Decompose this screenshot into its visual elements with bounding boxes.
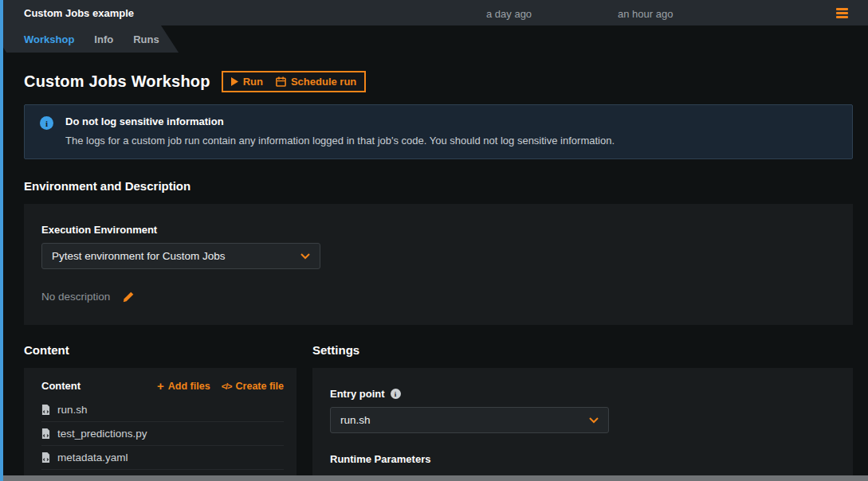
entry-point-info-icon[interactable]: i <box>391 389 401 399</box>
settings-column: Settings Entry point i run.sh Runtime Pa… <box>312 343 853 481</box>
entry-point-value: run.sh <box>340 414 371 426</box>
create-file-label: Create file <box>236 381 284 392</box>
settings-panel: Entry point i run.sh Runtime Parameters <box>312 368 853 481</box>
columns: Content Content + Add files </> Create f… <box>24 343 853 481</box>
window-edge-accent <box>0 0 3 481</box>
tab-workshop[interactable]: Workshop <box>24 33 74 45</box>
content-actions: + Add files </> Create file <box>157 380 284 392</box>
environment-section-heading: Environment and Description <box>24 179 853 193</box>
run-actions-group: Run Schedule run <box>222 71 367 92</box>
chevron-down-icon <box>589 417 599 424</box>
chevron-down-icon <box>300 253 310 260</box>
info-icon: i <box>40 116 53 130</box>
content-panel-header: Content + Add files </> Create file <box>41 380 284 392</box>
updated-timestamp: a day ago <box>486 8 532 20</box>
file-row[interactable]: metadata.yaml <box>41 446 284 470</box>
job-title: Custom Jobs example <box>24 7 134 19</box>
file-icon <box>41 452 50 463</box>
page-title: Custom Jobs Workshop <box>24 72 210 91</box>
execution-environment-value: Pytest environment for Custom Jobs <box>52 250 226 262</box>
entry-point-label: Entry point <box>330 388 385 400</box>
info-banner-body: The logs for a custom job run contain an… <box>65 135 615 147</box>
description-placeholder: No description <box>41 291 110 303</box>
file-name: test_predictions.py <box>57 428 147 440</box>
content-panel: Content + Add files </> Create file <box>24 368 297 477</box>
file-row[interactable]: test_predictions.py <box>41 422 284 446</box>
last-run-timestamp: an hour ago <box>618 8 673 20</box>
file-icon <box>41 405 50 415</box>
add-files-label: Add files <box>168 381 210 392</box>
add-files-button[interactable]: + Add files <box>157 380 210 392</box>
file-name: run.sh <box>57 404 88 416</box>
schedule-run-button-label: Schedule run <box>291 76 356 88</box>
run-button-label: Run <box>243 76 263 88</box>
play-icon <box>231 77 238 86</box>
code-icon: </> <box>222 381 232 391</box>
page-header: Custom Jobs Workshop Run Schedule run <box>24 71 853 92</box>
tab-runs[interactable]: Runs <box>133 33 159 45</box>
create-file-button[interactable]: </> Create file <box>222 381 284 392</box>
execution-environment-label: Execution Environment <box>41 224 835 236</box>
entry-point-label-row: Entry point i <box>330 388 835 400</box>
content-panel-title: Content <box>41 380 81 392</box>
description-row: No description <box>41 291 835 303</box>
settings-section-heading: Settings <box>312 343 853 357</box>
menu-icon[interactable] <box>836 8 848 18</box>
content-column: Content Content + Add files </> Create f… <box>24 343 297 481</box>
info-banner-title: Do not log sensitive information <box>65 115 615 127</box>
file-list: run.sh test_predictions.py metadata.yaml <box>41 398 284 470</box>
execution-environment-select[interactable]: Pytest environment for Custom Jobs <box>41 243 320 269</box>
calendar-icon <box>276 76 286 87</box>
runtime-parameters-heading: Runtime Parameters <box>330 453 835 465</box>
top-bar: Custom Jobs example a day ago an hour ag… <box>3 0 868 25</box>
plus-icon: + <box>157 380 164 392</box>
schedule-run-button[interactable]: Schedule run <box>269 73 363 90</box>
horizontal-scrollbar[interactable] <box>3 475 868 481</box>
environment-panel: Execution Environment Pytest environment… <box>24 204 853 325</box>
edit-description-icon[interactable] <box>123 291 134 303</box>
info-banner: i Do not log sensitive information The l… <box>24 104 853 159</box>
file-row[interactable]: run.sh <box>41 398 284 422</box>
entry-point-select[interactable]: run.sh <box>330 407 609 433</box>
tab-bar: Workshop Info Runs <box>24 25 159 53</box>
file-icon <box>41 428 50 439</box>
tab-info[interactable]: Info <box>94 33 113 45</box>
info-banner-text: Do not log sensitive information The log… <box>65 115 615 147</box>
run-button[interactable]: Run <box>225 73 269 90</box>
content-section-heading: Content <box>24 343 297 357</box>
file-name: metadata.yaml <box>57 452 128 463</box>
main-content: Custom Jobs Workshop Run Schedule run i … <box>3 53 868 481</box>
